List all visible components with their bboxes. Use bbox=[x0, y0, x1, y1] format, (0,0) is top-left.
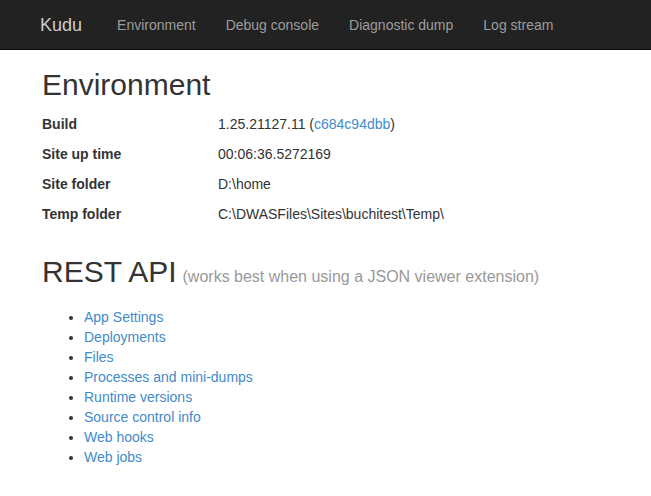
nav-link-log-stream[interactable]: Log stream bbox=[468, 0, 568, 50]
top-navbar: Kudu Environment Debug console Diagnosti… bbox=[0, 0, 651, 50]
rest-link-app-settings[interactable]: App Settings bbox=[84, 309, 163, 325]
nav-item-environment: Environment bbox=[102, 0, 211, 49]
main-content: Environment Build 1.25.21127.11 (c684c94… bbox=[0, 69, 651, 467]
site-folder-value: D:\home bbox=[218, 169, 444, 199]
temp-folder-label: Temp folder bbox=[42, 199, 218, 229]
nav-item-log-stream: Log stream bbox=[468, 0, 568, 49]
rest-api-title: REST API bbox=[42, 255, 177, 288]
nav-item-debug-console: Debug console bbox=[211, 0, 334, 49]
rest-link-runtime-versions[interactable]: Runtime versions bbox=[84, 389, 192, 405]
build-value: 1.25.21127.11 (c684c94dbb) bbox=[218, 109, 444, 139]
list-item: Deployments bbox=[84, 327, 631, 347]
environment-info-table: Build 1.25.21127.11 (c684c94dbb) Site up… bbox=[42, 109, 444, 229]
temp-folder-value: C:\DWASFiles\Sites\buchitest\Temp\ bbox=[218, 199, 444, 229]
navbar-menu: Environment Debug console Diagnostic dum… bbox=[102, 0, 568, 49]
table-row-temp-folder: Temp folder C:\DWASFiles\Sites\buchitest… bbox=[42, 199, 444, 229]
list-item: Web jobs bbox=[84, 447, 631, 467]
site-up-time-label: Site up time bbox=[42, 139, 218, 169]
rest-link-processes-and-mini-dumps[interactable]: Processes and mini-dumps bbox=[84, 369, 253, 385]
environment-heading: Environment bbox=[42, 69, 631, 101]
site-up-time-value: 00:06:36.5272169 bbox=[218, 139, 444, 169]
table-row-build: Build 1.25.21127.11 (c684c94dbb) bbox=[42, 109, 444, 139]
table-row-site-folder: Site folder D:\home bbox=[42, 169, 444, 199]
rest-link-source-control-info[interactable]: Source control info bbox=[84, 409, 201, 425]
build-version-suffix: ) bbox=[390, 116, 395, 132]
build-version-text: 1.25.21127.11 ( bbox=[218, 116, 314, 132]
list-item: Web hooks bbox=[84, 427, 631, 447]
list-item: Files bbox=[84, 347, 631, 367]
nav-link-diagnostic-dump[interactable]: Diagnostic dump bbox=[334, 0, 468, 50]
nav-link-environment[interactable]: Environment bbox=[102, 0, 211, 50]
nav-item-diagnostic-dump: Diagnostic dump bbox=[334, 0, 468, 49]
list-item: App Settings bbox=[84, 307, 631, 327]
rest-link-web-hooks[interactable]: Web hooks bbox=[84, 429, 154, 445]
list-item: Processes and mini-dumps bbox=[84, 367, 631, 387]
nav-link-debug-console[interactable]: Debug console bbox=[211, 0, 334, 50]
list-item: Runtime versions bbox=[84, 387, 631, 407]
brand-kudu[interactable]: Kudu bbox=[25, 0, 97, 49]
rest-link-files[interactable]: Files bbox=[84, 349, 114, 365]
table-row-site-up-time: Site up time 00:06:36.5272169 bbox=[42, 139, 444, 169]
site-folder-label: Site folder bbox=[42, 169, 218, 199]
build-label: Build bbox=[42, 109, 218, 139]
rest-link-deployments[interactable]: Deployments bbox=[84, 329, 166, 345]
rest-link-web-jobs[interactable]: Web jobs bbox=[84, 449, 142, 465]
build-commit-link[interactable]: c684c94dbb bbox=[314, 116, 390, 132]
rest-api-heading: REST API(works best when using a JSON vi… bbox=[42, 256, 631, 293]
rest-api-subtitle: (works best when using a JSON viewer ext… bbox=[183, 268, 540, 285]
list-item: Source control info bbox=[84, 407, 631, 427]
rest-api-link-list: App Settings Deployments Files Processes… bbox=[42, 307, 631, 467]
